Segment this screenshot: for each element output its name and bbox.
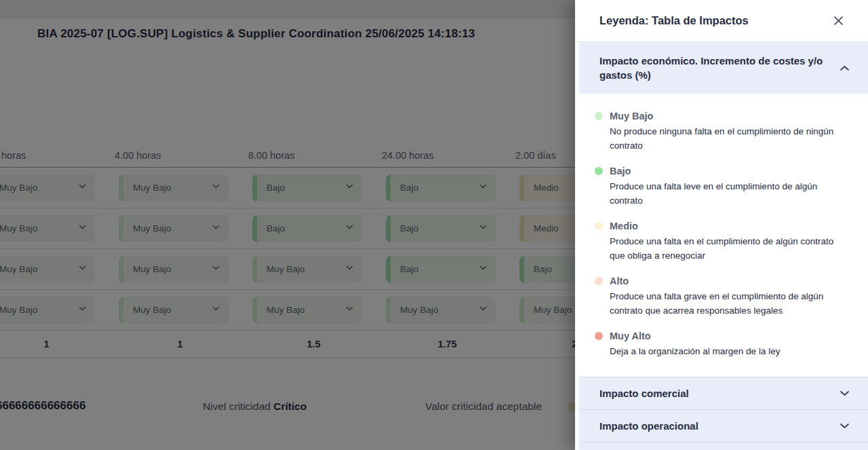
- legend-color-dot: [595, 167, 603, 175]
- legend-item-description: Deja a la organización al margen de la l…: [610, 344, 849, 358]
- accordion-title: Impacto económico. Incremento de costes …: [599, 54, 825, 82]
- legend-item-label: Medio: [610, 219, 849, 233]
- accordion-header[interactable]: Impacto legal: [579, 443, 868, 450]
- chevron-down-icon: [840, 423, 850, 429]
- accordion-header-impacto-economico[interactable]: Impacto económico. Incremento de costes …: [579, 42, 868, 94]
- legend-item: MedioProduce una falta en el cumplimient…: [599, 219, 849, 263]
- accordion-header[interactable]: Impacto comercial: [579, 377, 868, 409]
- legend-color-dot: [595, 277, 603, 285]
- section-impacto-economico: Impacto económico. Incremento de costes …: [579, 42, 868, 94]
- section-impacto-operacional: Impacto operacional: [579, 409, 868, 442]
- legend-items: Muy BajoNo produce ninguna falta en el c…: [575, 94, 868, 377]
- close-icon: [833, 16, 844, 26]
- legend-item-description: No produce ninguna falta en el cumplimie…: [610, 124, 849, 153]
- legend-item-label: Alto: [610, 274, 849, 288]
- accordion-title: Impacto comercial: [599, 386, 689, 400]
- chevron-up-icon: [840, 65, 850, 71]
- legend-color-dot: [595, 112, 603, 120]
- section-impacto-comercial: Impacto comercial: [579, 377, 868, 409]
- legend-panel-header: Leyenda: Tabla de Impactos: [575, 0, 868, 42]
- legend-item-description: Produce una falta leve en el cumplimient…: [610, 179, 849, 208]
- legend-item: Muy BajoNo produce ninguna falta en el c…: [599, 109, 849, 153]
- legend-color-dot: [595, 222, 603, 230]
- legend-item: AltoProduce una falta grave en el cumpli…: [599, 274, 849, 318]
- legend-color-dot: [595, 332, 603, 340]
- legend-item-label: Bajo: [610, 164, 849, 178]
- legend-item-description: Produce una falta grave en el cumplimien…: [610, 289, 849, 318]
- accordion-header[interactable]: Impacto operacional: [579, 410, 868, 442]
- section-impacto-legal: Impacto legal: [579, 442, 868, 450]
- legend-item-label: Muy Bajo: [610, 109, 849, 123]
- legend-item-label: Muy Alto: [610, 329, 849, 343]
- accordion-title: Impacto operacional: [599, 419, 698, 433]
- legend-panel-title: Leyenda: Tabla de Impactos: [599, 14, 749, 27]
- legend-item: BajoProduce una falta leve en el cumplim…: [599, 164, 849, 208]
- chevron-down-icon: [840, 390, 850, 396]
- legend-panel: Leyenda: Tabla de Impactos Impacto econó…: [575, 0, 868, 450]
- legend-item-description: Produce una falta en el cumplimiento de …: [610, 234, 849, 263]
- close-button[interactable]: [831, 13, 846, 29]
- legend-item: Muy AltoDeja a la organización al margen…: [599, 329, 849, 358]
